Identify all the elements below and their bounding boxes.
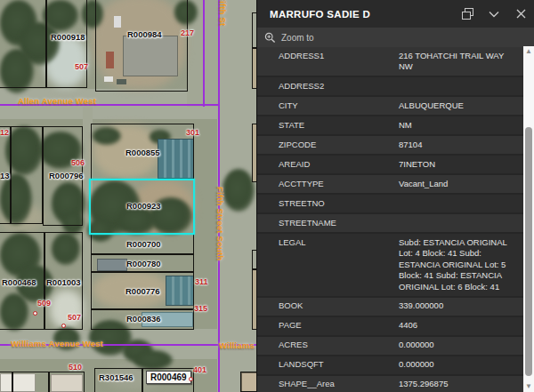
attribute-row: ADDRESS1216 TOHATCHI TRAIL WAY NW bbox=[257, 47, 523, 77]
attribute-row: LEGALSubd: ESTANCIA ORIGINAL Lot: 4 Bloc… bbox=[257, 234, 523, 298]
attribute-row: STATENM bbox=[257, 116, 523, 136]
attribute-value: Vacant_Land bbox=[399, 179, 523, 190]
attribute-value: ALBUQUERQUE bbox=[399, 100, 523, 112]
parcel-label: R000918 bbox=[51, 32, 85, 42]
attribute-value: 4406 bbox=[399, 320, 523, 332]
attribute-label: CITY bbox=[257, 100, 399, 110]
close-icon[interactable] bbox=[507, 4, 534, 24]
attribute-row: STREETNAME bbox=[257, 214, 523, 234]
attribute-value: 0.000000 bbox=[399, 359, 523, 371]
attribute-label: ADDRESS2 bbox=[257, 81, 399, 91]
parcel-label: 13 bbox=[0, 171, 10, 180]
zoom-to-label: Zoom to bbox=[281, 33, 314, 43]
attribute-row: STREETNO bbox=[257, 195, 523, 214]
attribute-row: AREAID7INETON bbox=[257, 156, 523, 175]
street-label: Williams Avenue West bbox=[11, 339, 103, 348]
attribute-value: 1375.296875 bbox=[399, 379, 523, 390]
attribute-label: ACRES bbox=[257, 340, 399, 349]
address-number: 217 bbox=[181, 28, 194, 37]
attribute-row: ZIPCODE87104 bbox=[257, 136, 523, 156]
attribute-value: 339.000000 bbox=[399, 300, 523, 312]
street-label: Fifth St bbox=[218, 0, 228, 26]
attribute-label: ACCTTYPE bbox=[257, 179, 399, 188]
popup-title: MARRUFO SADIE D bbox=[257, 9, 454, 20]
parcel-label: R000468 bbox=[2, 277, 36, 287]
attribute-value: Subd: ESTANCIA ORIGINAL Lot: 4 Block: 41… bbox=[399, 237, 523, 293]
popup-header: MARRUFO SADIE D bbox=[257, 0, 534, 28]
street-label: Fifth Street South bbox=[215, 187, 225, 260]
scroll-up-icon[interactable]: ▲ bbox=[523, 46, 534, 57]
attribute-label: SHAPE__Area bbox=[257, 379, 399, 388]
attribute-label: LANDSQFT bbox=[257, 359, 399, 369]
attribute-value: 0.000000 bbox=[399, 340, 523, 351]
parcel-label: R301546 bbox=[99, 372, 134, 382]
attribute-row: ADDRESS2 bbox=[257, 77, 523, 97]
address-number: 507 bbox=[75, 62, 88, 71]
parcel-label: R000855 bbox=[125, 148, 160, 157]
attribute-row: PAGE4406 bbox=[257, 317, 523, 337]
parcel-label: R000984 bbox=[127, 29, 162, 39]
attribute-row: CITYALBUQUERQUE bbox=[257, 97, 523, 116]
attribute-row: LANDSQFT0.000000 bbox=[257, 356, 523, 376]
scroll-down-icon[interactable]: ▼ bbox=[523, 381, 534, 392]
zoom-in-icon bbox=[264, 32, 276, 44]
attribute-row: SHAPE__Area1375.296875 bbox=[257, 376, 523, 392]
map-view[interactable]: R000918R000984R000855R000923R000700R0007… bbox=[0, 0, 256, 392]
survey-point bbox=[61, 324, 66, 328]
parcel-label: R001003 bbox=[46, 277, 81, 287]
app-window: R000918R000984R000855R000923R000700R0007… bbox=[0, 0, 534, 392]
attribute-value: NM bbox=[399, 120, 523, 132]
address-number: 311 bbox=[195, 277, 208, 286]
attribute-value: 87104 bbox=[399, 140, 523, 151]
attribute-label: ADDRESS1 bbox=[257, 51, 399, 60]
survey-point bbox=[33, 311, 37, 316]
attribute-value: 216 TOHATCHI TRAIL WAY NW bbox=[399, 51, 523, 73]
attribute-label: STATE bbox=[257, 120, 399, 130]
parcel-label: R000923 bbox=[126, 201, 161, 211]
parcel-label: R000780 bbox=[126, 259, 161, 268]
address-number: 507 bbox=[68, 313, 81, 322]
street-label: Williams A bbox=[219, 340, 256, 350]
address-number: 301 bbox=[186, 128, 199, 137]
attribute-label: LEGAL bbox=[257, 237, 399, 247]
attribute-row: ACRES0.000000 bbox=[257, 337, 523, 356]
attribute-label: STREETNAME bbox=[257, 218, 399, 228]
address-number: 510 bbox=[69, 363, 82, 372]
address-number: 506 bbox=[71, 158, 85, 167]
attribute-row: ACCTTYPEVacant_Land bbox=[257, 175, 523, 195]
address-number: 12 bbox=[0, 128, 9, 137]
dock-icon[interactable] bbox=[454, 4, 481, 24]
popup-panel: MARRUFO SADIE D Zoom to ADDRESS1216 TOHA… bbox=[256, 0, 534, 392]
scrollbar-thumb[interactable] bbox=[525, 127, 532, 376]
survey-point bbox=[189, 377, 193, 381]
parcel-label: R000776 bbox=[125, 286, 160, 296]
parcel-label: R000700 bbox=[126, 239, 161, 249]
chevron-down-icon[interactable] bbox=[481, 4, 507, 24]
panel-scrollbar[interactable]: ▲ ▼ bbox=[523, 46, 534, 392]
attribute-label: PAGE bbox=[257, 320, 399, 330]
attribute-row: BOOK339.000000 bbox=[257, 298, 523, 317]
street-label: Allen Avenue West bbox=[18, 96, 96, 106]
parcel-label: R000796 bbox=[49, 171, 84, 180]
attribute-label: STREETNO bbox=[257, 198, 399, 208]
attribute-value: 7INETON bbox=[399, 159, 523, 171]
zoom-to-button[interactable]: Zoom to bbox=[257, 28, 534, 47]
attribute-label: AREAID bbox=[257, 159, 399, 169]
attribute-table: ADDRESS1216 TOHATCHI TRAIL WAY NWADDRESS… bbox=[257, 47, 523, 392]
parcel-label: R000836 bbox=[126, 314, 161, 324]
address-number: 509 bbox=[37, 299, 51, 308]
map-label-layer: R000918R000984R000855R000923R000700R0007… bbox=[0, 0, 256, 392]
attribute-label: BOOK bbox=[257, 300, 399, 310]
address-number: 401 bbox=[193, 365, 206, 374]
address-number: 315 bbox=[194, 304, 207, 313]
attribute-label: ZIPCODE bbox=[257, 140, 399, 149]
parcel-label: R000469 bbox=[146, 371, 191, 384]
